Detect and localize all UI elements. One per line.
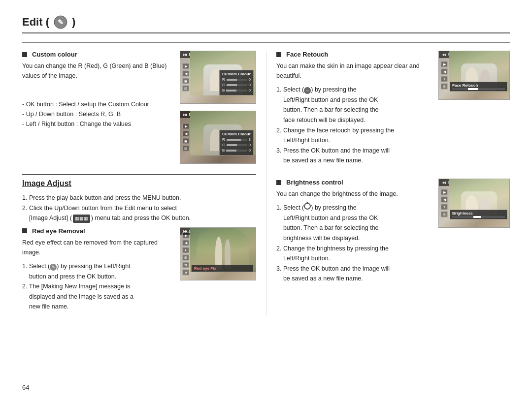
icon-1c: ▣ [182, 78, 189, 84]
red-eye-image-wrap: 5× ▶ ◀ ✦ ⊞ ✿ ◈ [180, 227, 256, 282]
menu-icon: ▦▦▦ [73, 215, 90, 223]
image-adjust-steps: 1. Press the play back button and press … [22, 193, 256, 223]
face-slider-fill [468, 88, 478, 90]
icon-red: ⊞ [182, 254, 189, 260]
face-retouch-title: Face Retouch [286, 51, 328, 58]
bullet-br [276, 180, 281, 185]
panel-row-r2: R 3 [222, 137, 251, 142]
brightness-title: Brightness control [286, 179, 343, 186]
icon-ftd: ⊞ [441, 84, 448, 90]
page-number: 64 [22, 384, 29, 391]
icon-brb: ◀ [441, 197, 448, 203]
red-eye-title: Red eye Removal [32, 227, 85, 235]
icon-reb: ◀ [182, 240, 189, 246]
custom-colour-panel-2: Custom Colour R 3 G 0 [219, 130, 254, 155]
face-retouch-section: 5× ▶ ◀ ✦ ⊞ Face Reto [276, 51, 510, 170]
side-icons-1: ▶ ◀ ▣ ▤ [182, 63, 189, 92]
brightness-panel: Brightness [450, 210, 507, 219]
icon-bra: ▶ [441, 189, 448, 195]
image-adjust-title: Image Adjust [22, 179, 256, 188]
page-title: Edit ( ✎ ) [22, 15, 510, 33]
page: Edit ( ✎ ) 5× [0, 0, 532, 401]
ia-step-2: 2. Click the Up/Down button from the Edi… [22, 203, 256, 214]
content-area: 5× ▶ ◀ ▣ ▤ [22, 51, 510, 316]
br-step-2: 2. Change the brightness by pressing the… [276, 244, 510, 264]
panel-row-b2: B 0 [222, 148, 251, 153]
icon-ree: ✿ [182, 262, 189, 268]
brightness-lcd: 5× ▶ ◀ ✦ ⊞ Brightnes [438, 179, 510, 228]
edit-icon: ✎ [53, 15, 68, 30]
bullet-re [22, 228, 27, 233]
icon-2a: ▶ [182, 123, 189, 129]
fr-step-2: 2. Change the face retouch by pressing t… [276, 125, 510, 146]
icon-ref: ◈ [182, 269, 189, 275]
brightness-section: 5× ▶ ◀ ✦ ⊞ Brightnes [276, 179, 510, 288]
icon-1b: ◀ [182, 71, 189, 77]
image-adjust-section: Image Adjust 1. Press the play back butt… [22, 174, 256, 316]
bright-slider-fill [473, 216, 481, 218]
side-icons-re: ▶ ◀ ✦ ⊞ ✿ ◈ [182, 232, 189, 275]
side-icons-ft: ▶ ◀ ✦ ⊞ [441, 62, 448, 90]
title-text: Edit ( [22, 16, 49, 29]
lcd-screen-2: 5× ▶ ◀ ▣ ▤ [180, 111, 256, 164]
title-divider [22, 42, 510, 43]
icon-2c: ▣ [182, 138, 189, 144]
side-icons-br: ▶ ◀ ✦ ⊞ [441, 189, 448, 217]
ia-step-3: [Image Adjust] (▦▦▦) menu tab and press … [22, 213, 256, 223]
bright-slider [452, 216, 505, 218]
icon-1d: ▤ [182, 86, 189, 92]
face-retouch-lcd: 5× ▶ ◀ ✦ ⊞ Face Reto [438, 51, 510, 100]
icon-brd: ⊞ [441, 212, 448, 217]
icon-rec: ✦ [182, 247, 189, 253]
right-column: 5× ▶ ◀ ✦ ⊞ Face Reto [266, 51, 510, 316]
icon-ftc: ✦ [441, 76, 448, 82]
bullet-1 [22, 52, 27, 57]
icon-2d: ▤ [182, 146, 189, 152]
icon-2b: ◀ [182, 131, 189, 137]
face-panel-label: Face Retouch [452, 83, 505, 88]
brightness-image-wrap: 5× ▶ ◀ ✦ ⊞ Brightnes [438, 179, 510, 229]
br-step-3: 3. Press the OK button and the image wil… [276, 264, 510, 284]
custom-colour-header: Custom colour [22, 51, 172, 58]
image-adjust-divider [22, 174, 256, 175]
red-eye-lcd: 5× ▶ ◀ ✦ ⊞ ✿ ◈ [180, 227, 256, 280]
side-icons-2: ▶ ◀ ▣ ▤ [182, 123, 189, 152]
custom-colour-image-1: 5× ▶ ◀ ▣ ▤ [180, 51, 256, 105]
fr-step-3: 3. Press the OK button and the image wil… [276, 146, 510, 166]
ia-step-1: 1. Press the play back button and press … [22, 193, 256, 203]
bright-panel-label: Brightness [452, 211, 505, 216]
custom-colour-images: 5× ▶ ◀ ▣ ▤ [180, 51, 256, 168]
bullet-fr [276, 52, 281, 57]
brightness-icon [304, 203, 311, 210]
face-icon: ☺ [304, 87, 311, 94]
red-eye-panel: Red-eye Fix [191, 265, 254, 272]
redeye-icon: ✎ [50, 264, 57, 271]
face-retouch-image-wrap: 5× ▶ ◀ ✦ ⊞ Face Reto [438, 51, 510, 101]
panel-row-g: G 0 [222, 83, 251, 87]
icon-rea: ▶ [182, 232, 189, 238]
red-eye-section: 5× ▶ ◀ ✦ ⊞ ✿ ◈ [22, 227, 256, 316]
custom-colour-title: Custom colour [32, 51, 77, 58]
lcd-screen-1: 5× ▶ ◀ ▣ ▤ [180, 51, 256, 104]
face-slider [452, 88, 505, 90]
re-step-2: 2. The [Making New Image] message is dis… [22, 281, 256, 312]
panel-row-r: R 0 [222, 77, 251, 82]
custom-colour-section: 5× ▶ ◀ ▣ ▤ [22, 51, 256, 168]
custom-colour-panel-1: Custom Colour R 0 G 0 [219, 70, 254, 95]
red-eye-header: Red eye Removal [22, 227, 174, 235]
face-retouch-header: Face Retouch [276, 51, 433, 58]
panel-row-b: B 0 [222, 88, 251, 93]
svg-text:✎: ✎ [58, 18, 64, 26]
left-column: 5× ▶ ◀ ▣ ▤ [22, 51, 266, 316]
icon-brc: ✦ [441, 204, 448, 210]
title-suffix: ) [72, 16, 75, 29]
brightness-header: Brightness control [276, 179, 433, 186]
face-panel: Face Retouch [450, 82, 507, 92]
icon-fta: ▶ [441, 62, 448, 67]
icon-1a: ▶ [182, 63, 189, 69]
panel-row-g2: G 0 [222, 143, 251, 147]
icon-ftb: ◀ [441, 69, 448, 75]
custom-colour-image-2: 5× ▶ ◀ ▣ ▤ [180, 111, 256, 165]
